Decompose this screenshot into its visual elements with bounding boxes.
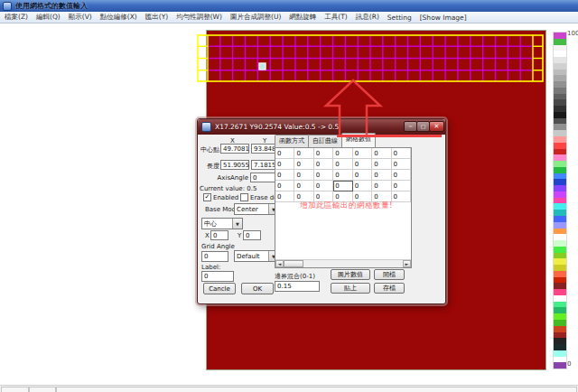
colorbar-segment: [554, 253, 566, 259]
grid-cell[interactable]: 0: [294, 170, 313, 181]
grid-cell[interactable]: 0: [294, 181, 313, 191]
maximize-button[interactable]: ▢: [416, 121, 430, 132]
colorbar-segment: [554, 143, 566, 149]
horizontal-scrollbar[interactable]: ◄ ►: [275, 259, 411, 267]
grid-cell[interactable]: 0: [314, 181, 333, 191]
colorbar-segment: [554, 33, 566, 39]
menu-item[interactable]: 圖片合成調整(U): [230, 13, 281, 22]
colorbar-segment: [554, 118, 566, 125]
tab-1[interactable]: 函數方式: [275, 135, 309, 147]
base-mode-select[interactable]: Center ▼: [234, 203, 279, 215]
ok-button[interactable]: OK: [241, 283, 274, 294]
grid-cell[interactable]: 0: [333, 148, 352, 159]
colorbar-segment: [554, 338, 566, 344]
colorbar-segment: [554, 271, 566, 277]
grid-cell[interactable]: 0: [353, 159, 372, 170]
chevron-down-icon: ▼: [232, 219, 242, 229]
menu-item[interactable]: [Show Image]: [420, 14, 467, 22]
grid-band[interactable]: [197, 34, 544, 82]
length-x-input[interactable]: 51.9055: [220, 160, 249, 170]
menu-bar: 檔案(Z)編輯(Q)顯示(V)點位編修(X)匯出(Y)均勻性調整(W)圖片合成調…: [0, 12, 578, 23]
grid-cell[interactable]: 0: [353, 181, 372, 191]
window-title: 使用網格式的數值輸入: [15, 1, 88, 11]
grid-cell[interactable]: 0: [392, 191, 411, 202]
scroll-left-icon[interactable]: ◄: [275, 260, 284, 267]
center-x-input[interactable]: 49.7081: [220, 144, 249, 154]
grid-cell[interactable]: 0: [294, 159, 313, 170]
colorbar-segment: [554, 39, 566, 45]
colorbar-segment: [554, 229, 566, 235]
grid-cell[interactable]: 0: [353, 148, 372, 159]
grid-cell[interactable]: 0: [314, 148, 333, 159]
grid-cell[interactable]: 0: [275, 159, 294, 170]
grid-cell[interactable]: 0: [275, 181, 294, 191]
grid-cell[interactable]: 0: [333, 170, 352, 181]
grid-cell[interactable]: 0: [372, 159, 391, 170]
grid-cell[interactable]: 0: [275, 170, 294, 181]
grid-cell[interactable]: 0: [392, 159, 411, 170]
offset-x-label: X: [205, 232, 210, 239]
grid-angle-mode-select[interactable]: Default ▼: [234, 250, 279, 262]
grid-angle-mode-value: Default: [235, 253, 268, 260]
grid-cell[interactable]: 0: [333, 159, 352, 170]
image-values-button[interactable]: 圖片數值: [331, 269, 370, 280]
cancel-button[interactable]: Cancle: [203, 283, 236, 294]
current-value-label: Current value: 0.5: [200, 185, 256, 192]
scroll-right-icon[interactable]: ►: [403, 260, 411, 267]
colorbar-segment: [554, 357, 566, 363]
colorbar-segment: [554, 313, 566, 320]
save-file-button[interactable]: 存檔: [374, 283, 405, 294]
colorbar-segment: [554, 99, 566, 106]
menu-item[interactable]: 均勻性調整(W): [176, 13, 222, 22]
status-cell-2: [29, 387, 56, 392]
menu-item[interactable]: 顯示(V): [69, 13, 92, 22]
colorbar-segment: [554, 222, 566, 229]
menu-item[interactable]: 檔案(Z): [5, 13, 28, 22]
note-annotation: 增加此區輸出的網格數量!: [300, 201, 393, 211]
colorbar-segment: [554, 265, 566, 271]
menu-item[interactable]: 匯出(Y): [145, 13, 168, 22]
grid-cell[interactable]: 0: [392, 181, 411, 191]
anchor-select[interactable]: 中心 ▼: [201, 218, 243, 229]
grid-cell[interactable]: 0: [294, 148, 313, 159]
grid-cell[interactable]: 0: [353, 170, 372, 181]
blend-input[interactable]: 0.15: [275, 281, 320, 292]
menu-item[interactable]: 工具(T): [324, 13, 347, 22]
menu-item[interactable]: 訊息(R): [356, 13, 379, 22]
minimize-button[interactable]: ─: [404, 121, 417, 132]
grid-cell[interactable]: 0: [372, 148, 391, 159]
paste-button[interactable]: 貼上: [331, 283, 370, 294]
enabled-checkbox[interactable]: ✓ Enabled: [203, 193, 238, 201]
menu-item[interactable]: 網點旋轉: [289, 13, 316, 22]
grid-cell[interactable]: 0: [372, 181, 391, 191]
up-arrow-annotation: [322, 79, 384, 138]
colorbar-segment: [554, 289, 566, 295]
grid-cell[interactable]: 0: [372, 170, 391, 181]
label-input[interactable]: 0: [201, 271, 234, 282]
open-file-button[interactable]: 開檔: [374, 269, 405, 280]
menu-item[interactable]: 編輯(Q): [36, 13, 61, 22]
menu-item[interactable]: Setting: [387, 14, 412, 22]
grid-cell[interactable]: 0: [392, 148, 411, 159]
menu-item[interactable]: 點位編修(X): [100, 13, 137, 22]
grid-cell[interactable]: 0: [392, 170, 411, 181]
grid-cell[interactable]: 0: [275, 148, 294, 159]
scrollbar-track[interactable]: [303, 260, 403, 267]
colorbar-segment: [554, 277, 566, 284]
colorbar-segment: [554, 216, 566, 222]
offset-y-input[interactable]: 0: [243, 230, 261, 240]
close-button[interactable]: ✕: [429, 121, 444, 132]
grid-cell[interactable]: 0: [314, 170, 333, 181]
grid-cell[interactable]: 0: [333, 181, 352, 191]
offset-x-input[interactable]: 0: [210, 230, 228, 240]
grid-cell[interactable]: 0: [314, 159, 333, 170]
grid-angle-input[interactable]: 0: [201, 251, 228, 262]
selected-cell-marker[interactable]: [259, 63, 266, 70]
colorbar-segment: [554, 88, 566, 94]
scrollbar-thumb[interactable]: [284, 260, 303, 267]
colorbar-segment: [554, 320, 566, 326]
colorbar-segment: [554, 75, 566, 81]
colorbar-segment: [554, 332, 566, 339]
colorbar: [553, 32, 567, 369]
grid-cell[interactable]: 0: [275, 191, 294, 202]
